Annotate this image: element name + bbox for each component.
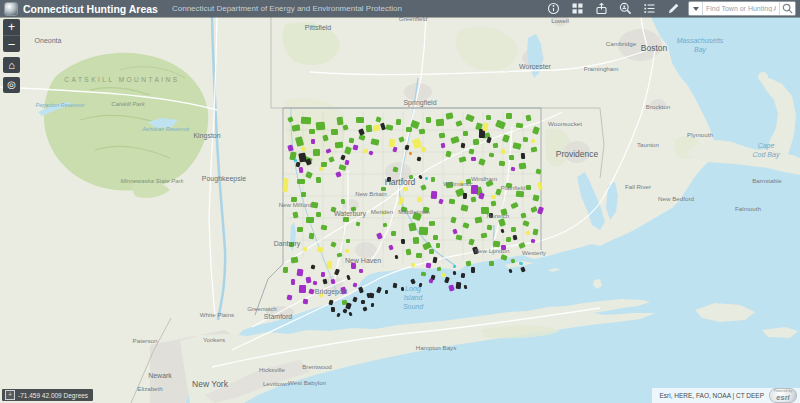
search-widget xyxy=(688,1,796,16)
svg-text:Kingston: Kingston xyxy=(193,132,220,140)
svg-text:Bridgeport: Bridgeport xyxy=(315,288,347,296)
svg-text:Hartford: Hartford xyxy=(385,177,416,187)
svg-text:New Haven: New Haven xyxy=(345,257,381,264)
svg-text:Sound: Sound xyxy=(403,303,424,310)
svg-text:Meriden: Meriden xyxy=(371,208,394,215)
svg-text:Pittsfield: Pittsfield xyxy=(305,24,332,31)
svg-text:Middletown: Middletown xyxy=(398,208,430,215)
layer-list-icon xyxy=(643,2,656,15)
home-extent-button[interactable]: ⌂ xyxy=(3,57,20,73)
svg-text:New Milford: New Milford xyxy=(279,201,312,208)
svg-text:Catskill Park: Catskill Park xyxy=(111,101,145,107)
svg-text:Bay: Bay xyxy=(694,46,707,54)
search-icon xyxy=(782,3,793,14)
svg-text:Falmouth: Falmouth xyxy=(735,205,761,212)
attribution-bar: Esri, HERE, FAO, NOAA | CT DEEP Powered … xyxy=(652,388,800,403)
svg-text:Greenwich: Greenwich xyxy=(247,305,277,312)
svg-text:Springfield: Springfield xyxy=(403,99,436,107)
svg-text:Yonkers: Yonkers xyxy=(203,336,225,343)
app-header: Connecticut Hunting Areas Connecticut De… xyxy=(0,0,800,17)
svg-text:Lowell: Lowell xyxy=(551,17,569,24)
svg-text:Barnstable: Barnstable xyxy=(752,177,782,184)
svg-text:New Britain: New Britain xyxy=(355,190,387,197)
svg-text:Poughkeepsie: Poughkeepsie xyxy=(202,175,246,183)
svg-text:Plainfield: Plainfield xyxy=(500,184,526,191)
svg-text:Brentwood: Brentwood xyxy=(302,363,332,370)
svg-text:Levittown: Levittown xyxy=(263,380,290,387)
app-subtitle: Connecticut Department of Energy and Env… xyxy=(172,4,402,13)
search-input[interactable] xyxy=(703,3,779,14)
svg-text:White Plains: White Plains xyxy=(200,311,234,318)
svg-text:Plymouth: Plymouth xyxy=(687,131,713,138)
svg-text:Taunton: Taunton xyxy=(637,141,660,148)
coordinate-readout: -71.459 42.009 Degrees xyxy=(18,392,88,399)
svg-text:Brockton: Brockton xyxy=(646,103,671,110)
svg-text:Norwich: Norwich xyxy=(487,212,510,219)
svg-text:Paterson: Paterson xyxy=(133,337,158,344)
svg-text:Elizabeth: Elizabeth xyxy=(137,385,163,392)
query-magnifier-icon xyxy=(619,2,632,15)
svg-text:Worcester: Worcester xyxy=(519,63,551,70)
svg-text:West Babylon: West Babylon xyxy=(288,379,327,386)
svg-text:Newark: Newark xyxy=(148,372,172,379)
coordinate-widget[interactable]: + -71.459 42.009 Degrees xyxy=(2,389,93,401)
svg-text:Danbury: Danbury xyxy=(274,240,301,248)
svg-text:Fall River: Fall River xyxy=(625,183,651,190)
pencil-icon xyxy=(667,2,680,15)
svg-text:Framingham: Framingham xyxy=(584,65,619,72)
svg-text:Ashokan Reservoir: Ashokan Reservoir xyxy=(141,126,190,132)
svg-text:Windham: Windham xyxy=(471,175,497,182)
svg-text:Minnewaska State Park: Minnewaska State Park xyxy=(120,178,184,184)
svg-text:Hampton Bays: Hampton Bays xyxy=(416,344,457,351)
share-icon xyxy=(595,2,608,15)
svg-text:New York: New York xyxy=(192,379,229,389)
layer-list-button[interactable] xyxy=(642,2,656,16)
svg-text:Cape: Cape xyxy=(758,142,775,150)
svg-text:Willimantic: Willimantic xyxy=(443,180,473,187)
svg-text:Oneonta: Oneonta xyxy=(35,37,62,44)
crosshair-icon[interactable]: + xyxy=(5,390,15,400)
svg-text:Waterbury: Waterbury xyxy=(334,210,367,218)
svg-text:Boston: Boston xyxy=(641,43,668,53)
search-submit-button[interactable] xyxy=(779,2,795,15)
svg-text:Pepacton Reservoir: Pepacton Reservoir xyxy=(35,102,85,108)
app-title: Connecticut Hunting Areas xyxy=(23,3,158,15)
header-toolbar xyxy=(546,2,680,16)
svg-text:New Bedford: New Bedford xyxy=(658,195,694,202)
draw-button[interactable] xyxy=(666,2,680,16)
about-button[interactable] xyxy=(546,2,560,16)
svg-text:Long: Long xyxy=(405,285,421,293)
svg-text:Cod Bay: Cod Bay xyxy=(753,151,780,159)
query-button[interactable] xyxy=(618,2,632,16)
esri-logo-text: esri xyxy=(776,394,789,402)
share-button[interactable] xyxy=(594,2,608,16)
svg-text:Cambridge: Cambridge xyxy=(606,40,637,47)
chevron-down-icon xyxy=(693,7,699,11)
svg-text:Massachusetts: Massachusetts xyxy=(677,37,724,44)
svg-text:Stamford: Stamford xyxy=(264,313,293,320)
zoom-in-button[interactable]: + xyxy=(3,19,20,35)
search-source-dropdown[interactable] xyxy=(689,2,703,15)
basemap-grid-icon xyxy=(571,2,584,15)
svg-text:New London: New London xyxy=(475,247,510,254)
app-window: OneontaKingstonPoughkeepsiePittsfieldGre… xyxy=(0,0,800,403)
svg-text:Westerly: Westerly xyxy=(522,249,547,256)
svg-text:Providence: Providence xyxy=(556,149,599,159)
svg-text:Island: Island xyxy=(404,294,424,301)
map-canvas[interactable]: OneontaKingstonPoughkeepsiePittsfieldGre… xyxy=(0,0,800,403)
svg-text:Hicksville: Hicksville xyxy=(259,366,285,373)
app-logo-icon xyxy=(4,2,18,16)
info-icon xyxy=(547,2,560,15)
my-location-button[interactable]: ◎ xyxy=(3,77,20,93)
svg-text:CATSKILL MOUNTAINS: CATSKILL MOUNTAINS xyxy=(64,76,179,83)
svg-text:Woonsocket: Woonsocket xyxy=(548,120,582,127)
attribution-text: Esri, HERE, FAO, NOAA | CT DEEP xyxy=(659,392,764,399)
esri-logo: Powered by esri xyxy=(769,388,797,403)
zoom-out-button[interactable]: − xyxy=(3,35,20,52)
basemap-gallery-button[interactable] xyxy=(570,2,584,16)
